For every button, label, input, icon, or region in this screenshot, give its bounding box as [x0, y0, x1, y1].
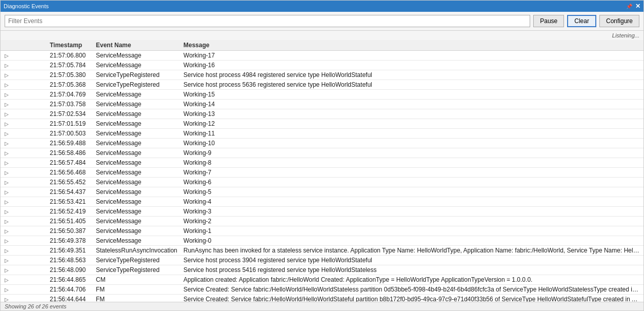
cell-eventname: ServiceMessage: [93, 148, 180, 158]
table-row[interactable]: ▷21:57:04.769ServiceMessageWorking-15: [1, 90, 643, 100]
table-row[interactable]: ▷21:56:48.090ServiceTypeRegisteredServic…: [1, 265, 643, 275]
table-row[interactable]: ▷21:56:58.486ServiceMessageWorking-9: [1, 148, 643, 158]
close-icon[interactable]: ✕: [635, 3, 640, 10]
cell-message: Working-11: [180, 129, 643, 139]
cell-eventname: ServiceMessage: [93, 158, 180, 168]
table-row[interactable]: ▷21:56:44.644FMService Created: Service …: [1, 295, 643, 302]
row-expander-icon[interactable]: ▷: [3, 199, 11, 205]
toolbar: Pause Clear Configure: [1, 12, 643, 31]
cell-eventname: ServiceTypeRegistered: [93, 80, 180, 90]
configure-button[interactable]: Configure: [599, 15, 639, 27]
cell-eventname: ServiceMessage: [93, 236, 180, 246]
row-expander-icon[interactable]: ▷: [3, 160, 11, 166]
cell-eventname: ServiceMessage: [93, 129, 180, 139]
cell-eventname: FM: [93, 285, 180, 295]
cell-timestamp: 21:57:00.503: [47, 129, 93, 139]
row-expander-icon[interactable]: ▷: [3, 131, 11, 137]
table-row[interactable]: ▷21:56:48.563ServiceTypeRegisteredServic…: [1, 256, 643, 265]
table-row[interactable]: ▷21:56:52.419ServiceMessageWorking-3: [1, 207, 643, 217]
cell-timestamp: 21:56:52.419: [47, 207, 93, 217]
cell-timestamp: 21:56:51.405: [47, 217, 93, 226]
table-row[interactable]: ▷21:57:05.380ServiceTypeRegisteredServic…: [1, 70, 643, 80]
cell-timestamp: 21:56:49.351: [47, 246, 93, 256]
row-expander-icon[interactable]: ▷: [3, 219, 11, 224]
col-header-timestamp-label: Timestamp: [47, 40, 93, 51]
cell-timestamp: 21:57:03.758: [47, 100, 93, 109]
cell-timestamp: 21:57:06.800: [47, 51, 93, 61]
row-expander-icon[interactable]: ▷: [3, 209, 11, 215]
row-expander-icon[interactable]: ▷: [3, 170, 11, 176]
cell-timestamp: 21:56:50.387: [47, 226, 93, 236]
table-row[interactable]: ▷21:56:54.437ServiceMessageWorking-5: [1, 187, 643, 197]
table-row[interactable]: ▷21:56:44.706FMService Created: Service …: [1, 285, 643, 295]
row-expander-icon[interactable]: ▷: [3, 92, 11, 98]
cell-message: Working-0: [180, 236, 643, 246]
row-expander-icon[interactable]: ▷: [3, 297, 11, 302]
row-expander-icon[interactable]: ▷: [3, 82, 11, 88]
cell-timestamp: 21:57:02.534: [47, 109, 93, 119]
window-title: Diagnostic Events: [4, 3, 623, 9]
cell-message: Service host process 3904 registered ser…: [180, 256, 643, 265]
table-body: ▷21:57:06.800ServiceMessageWorking-17▷21…: [1, 51, 643, 302]
row-expander-icon[interactable]: ▷: [3, 180, 11, 185]
listening-text: Listening...: [612, 32, 639, 38]
cell-message: Working-2: [180, 217, 643, 226]
table-row[interactable]: ▷21:56:56.468ServiceMessageWorking-7: [1, 168, 643, 178]
row-expander-icon[interactable]: ▷: [3, 141, 11, 146]
row-expander-icon[interactable]: ▷: [3, 238, 11, 244]
table-row[interactable]: ▷21:56:49.378ServiceMessageWorking-0: [1, 236, 643, 246]
table-row[interactable]: ▷21:57:03.758ServiceMessageWorking-14: [1, 100, 643, 109]
filter-input[interactable]: [5, 15, 530, 27]
cell-message: Working-4: [180, 197, 643, 207]
table-row[interactable]: ▷21:57:05.368ServiceTypeRegisteredServic…: [1, 80, 643, 90]
row-expander-icon[interactable]: ▷: [3, 111, 11, 117]
table-row[interactable]: ▷21:57:05.784ServiceMessageWorking-16: [1, 61, 643, 70]
row-expander-icon[interactable]: ▷: [3, 150, 11, 156]
row-expander-icon[interactable]: ▷: [3, 258, 11, 263]
cell-message: Service Created: Service fabric:/HelloWo…: [180, 295, 643, 302]
cell-message: Working-14: [180, 100, 643, 109]
table-row[interactable]: ▷21:56:57.484ServiceMessageWorking-8: [1, 158, 643, 168]
row-expander-icon[interactable]: ▷: [3, 102, 11, 107]
diagnostic-events-window: Diagnostic Events 📌 ✕ Pause Clear Config…: [0, 0, 644, 311]
cell-eventname: ServiceMessage: [93, 168, 180, 178]
table-row[interactable]: ▷21:56:53.421ServiceMessageWorking-4: [1, 197, 643, 207]
table-row[interactable]: ▷21:57:02.534ServiceMessageWorking-13: [1, 109, 643, 119]
cell-timestamp: 21:57:05.368: [47, 80, 93, 90]
table-header: Timestamp Event Name Message: [1, 40, 643, 51]
events-table-container[interactable]: Timestamp Event Name Message ▷21:57:06.8…: [1, 40, 643, 302]
row-expander-icon[interactable]: ▷: [3, 287, 11, 293]
row-expander-icon[interactable]: ▷: [3, 228, 11, 234]
cell-timestamp: 21:56:57.484: [47, 158, 93, 168]
row-expander-icon[interactable]: ▷: [3, 121, 11, 127]
cell-message: Working-9: [180, 148, 643, 158]
pause-button[interactable]: Pause: [533, 15, 564, 27]
row-expander-icon[interactable]: ▷: [3, 277, 11, 283]
cell-message: Service host process 5636 registered ser…: [180, 80, 643, 90]
pin-icon[interactable]: 📌: [626, 4, 632, 9]
table-row[interactable]: ▷21:56:49.351StatelessRunAsyncInvocation…: [1, 246, 643, 256]
table-row[interactable]: ▷21:56:55.452ServiceMessageWorking-6: [1, 178, 643, 187]
table-row[interactable]: ▷21:56:51.405ServiceMessageWorking-2: [1, 217, 643, 226]
table-row[interactable]: ▷21:57:00.503ServiceMessageWorking-11: [1, 129, 643, 139]
cell-message: RunAsync has been invoked for a stateles…: [180, 246, 643, 256]
cell-message: Service Created: Service fabric:/HelloWo…: [180, 285, 643, 295]
table-row[interactable]: ▷21:57:06.800ServiceMessageWorking-17: [1, 51, 643, 61]
cell-eventname: ServiceMessage: [93, 90, 180, 100]
table-row[interactable]: ▷21:57:01.519ServiceMessageWorking-12: [1, 119, 643, 129]
row-expander-icon[interactable]: ▷: [3, 63, 11, 68]
cell-eventname: StatelessRunAsyncInvocation: [93, 246, 180, 256]
table-row[interactable]: ▷21:56:59.488ServiceMessageWorking-10: [1, 139, 643, 148]
clear-button[interactable]: Clear: [567, 15, 596, 27]
row-expander-icon[interactable]: ▷: [3, 267, 11, 273]
row-expander-icon[interactable]: ▷: [3, 72, 11, 78]
table-row[interactable]: ▷21:56:50.387ServiceMessageWorking-1: [1, 226, 643, 236]
cell-timestamp: 21:57:05.380: [47, 70, 93, 80]
row-expander-icon[interactable]: ▷: [3, 53, 11, 59]
cell-timestamp: 21:56:44.865: [47, 275, 93, 285]
events-table: Timestamp Event Name Message ▷21:57:06.8…: [1, 40, 643, 302]
row-expander-icon[interactable]: ▷: [3, 189, 11, 195]
row-expander-icon[interactable]: ▷: [3, 248, 11, 254]
cell-timestamp: 21:56:44.706: [47, 285, 93, 295]
table-row[interactable]: ▷21:56:44.865CMApplication created: Appl…: [1, 275, 643, 285]
